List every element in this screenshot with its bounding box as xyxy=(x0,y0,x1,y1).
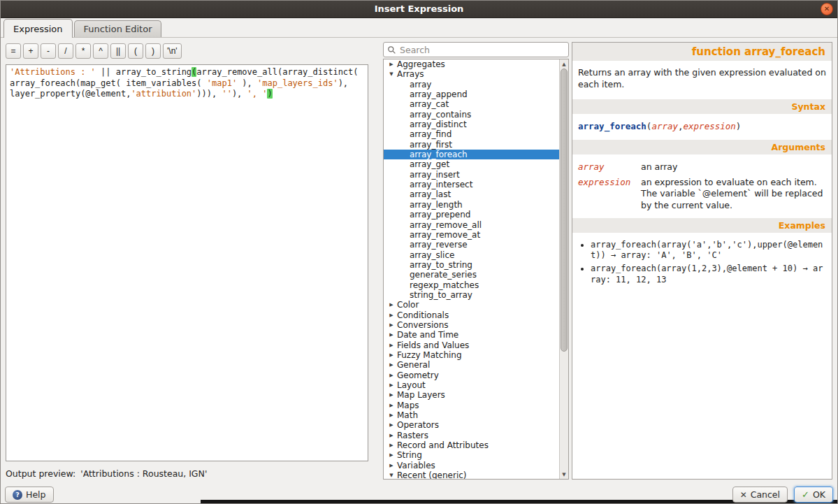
code-string: 'attribution' xyxy=(131,89,196,99)
tree-group-rasters[interactable]: ▶Rasters xyxy=(384,431,559,440)
tree-item-array-prepend[interactable]: array_prepend xyxy=(384,210,559,219)
titlebar[interactable]: Insert Expression ✕ xyxy=(0,0,838,18)
chevron-right-icon: ▶ xyxy=(387,300,396,310)
output-preview-label: Output preview: xyxy=(6,468,75,479)
code-string: ', ' xyxy=(247,89,268,99)
expression-editor[interactable]: 'Attributions : ' || array_to_string(arr… xyxy=(6,64,368,461)
chevron-right-icon: ▶ xyxy=(387,340,396,350)
tree-item-string-to-array[interactable]: string_to_array xyxy=(384,290,559,300)
code-string: 'map_layers_ids' xyxy=(257,78,338,88)
tree-group-fields-and-values[interactable]: ▶Fields and Values xyxy=(384,340,559,350)
tree-group-math[interactable]: ▶Math xyxy=(384,410,559,420)
operator-button-[interactable]: - xyxy=(41,43,56,59)
chevron-down-icon: ▼ xyxy=(387,470,396,480)
scroll-up-icon[interactable]: ▲ xyxy=(560,59,568,69)
tree-group-conditionals[interactable]: ▶Conditionals xyxy=(384,310,559,320)
tree-item-array-to-string[interactable]: array_to_string xyxy=(384,260,559,270)
output-preview: Output preview:'Attributions : Rousteau,… xyxy=(6,468,369,479)
tree-item-array-find[interactable]: array_find xyxy=(384,129,559,139)
code-text: ), xyxy=(232,89,247,99)
operator-button-[interactable]: || xyxy=(110,43,126,59)
tree-item-array-insert[interactable]: array_insert xyxy=(384,170,559,180)
operator-button-[interactable]: ( xyxy=(128,43,143,59)
tree-group-label: General xyxy=(397,360,430,370)
tree-group-color[interactable]: ▶Color xyxy=(384,300,559,310)
tree-item-array-remove-at[interactable]: array_remove_at xyxy=(384,230,559,240)
ok-icon: ✓ xyxy=(802,489,809,500)
chevron-right-icon: ▶ xyxy=(387,431,396,440)
tree-group-general[interactable]: ▶General xyxy=(384,360,559,370)
tree-item-array-last[interactable]: array_last xyxy=(384,189,559,199)
tree-group-label: Conversions xyxy=(397,320,449,330)
operator-button-[interactable]: + xyxy=(23,43,38,59)
tree-group-record-and-attributes[interactable]: ▶Record and Attributes xyxy=(384,440,559,450)
argument-name: expression xyxy=(578,177,641,211)
search-box xyxy=(383,42,569,57)
tree-group-operators[interactable]: ▶Operators xyxy=(384,420,559,430)
tree-group-arrays[interactable]: ▼Arrays xyxy=(384,69,559,79)
tree-item-array-remove-all[interactable]: array_remove_all xyxy=(384,220,559,230)
function-list-panel: ▶Aggregates▼Arraysarrayarray_appendarray… xyxy=(383,42,569,480)
tree-item-array-append[interactable]: array_append xyxy=(384,89,559,99)
tree-item-array-intersect[interactable]: array_intersect xyxy=(384,180,559,189)
argument-row: arrayan array xyxy=(578,161,826,173)
operator-button-[interactable]: ) xyxy=(145,43,161,59)
tree-group-string[interactable]: ▶String xyxy=(384,450,559,460)
tree-group-conversions[interactable]: ▶Conversions xyxy=(384,320,559,330)
help-button[interactable]: ? Help xyxy=(5,487,54,503)
operator-button-[interactable]: / xyxy=(58,43,73,59)
operator-button-n[interactable]: '\n' xyxy=(163,43,182,59)
chevron-right-icon: ▶ xyxy=(387,401,396,410)
cancel-button[interactable]: ✕ Cancel xyxy=(732,487,788,503)
tree-group-recent-generic[interactable]: ▼Recent (generic) xyxy=(384,470,559,480)
search-input[interactable] xyxy=(396,45,565,55)
output-preview-value: 'Attributions : Rousteau, IGN' xyxy=(80,468,207,479)
tree-item-array-reverse[interactable]: array_reverse xyxy=(384,240,559,250)
scroll-down-icon[interactable]: ▼ xyxy=(560,470,568,479)
tree-item-array-slice[interactable]: array_slice xyxy=(384,250,559,260)
tree-group-maps[interactable]: ▶Maps xyxy=(384,401,559,410)
tree-item-array-contains[interactable]: array_contains xyxy=(384,110,559,120)
chevron-right-icon: ▶ xyxy=(387,380,396,390)
expression-line: layer_property(@element,'attribution')))… xyxy=(10,89,364,100)
ok-button[interactable]: ✓ OK xyxy=(794,487,833,503)
close-button[interactable]: ✕ xyxy=(821,3,833,15)
tab-function-editor[interactable]: Function Editor xyxy=(74,20,162,37)
operator-button-[interactable]: = xyxy=(6,43,21,59)
tree-item-array-foreach[interactable]: array_foreach xyxy=(384,150,559,159)
tab-expression[interactable]: Expression xyxy=(3,19,73,38)
tree-group-aggregates[interactable]: ▶Aggregates xyxy=(384,59,559,69)
tree-group-label: Map Layers xyxy=(397,390,445,400)
arguments-header: Arguments xyxy=(572,140,832,154)
matched-paren: ) xyxy=(267,89,272,99)
tree-group-date-and-time[interactable]: ▶Date and Time xyxy=(384,330,559,340)
tree-item-array[interactable]: array xyxy=(384,80,559,89)
chevron-right-icon: ▶ xyxy=(387,360,396,370)
tree-group-variables[interactable]: ▶Variables xyxy=(384,461,559,470)
operator-button-row: =+-/*^||()'\n' xyxy=(6,43,369,59)
chevron-right-icon: ▶ xyxy=(387,370,396,380)
tree-group-layout[interactable]: ▶Layout xyxy=(384,380,559,390)
operator-button-[interactable]: ^ xyxy=(93,43,108,59)
tree-item-array-cat[interactable]: array_cat xyxy=(384,99,559,109)
tree-group-label: Operators xyxy=(397,420,439,430)
chevron-right-icon: ▶ xyxy=(387,320,396,330)
tree-group-geometry[interactable]: ▶Geometry xyxy=(384,370,559,380)
operator-button-[interactable]: * xyxy=(75,43,91,59)
tree-item-regexp-matches[interactable]: regexp_matches xyxy=(384,280,559,290)
argument-description: an array xyxy=(641,161,826,173)
tree-item-array-length[interactable]: array_length xyxy=(384,200,559,210)
chevron-down-icon: ▼ xyxy=(387,69,396,79)
tree-group-label: Variables xyxy=(397,461,435,470)
tree-group-label: Date and Time xyxy=(397,330,458,340)
tree-scrollbar[interactable]: ▲ ▼ xyxy=(559,59,568,479)
tree-group-map-layers[interactable]: ▶Map Layers xyxy=(384,390,559,400)
code-string: 'Attributions : ' xyxy=(10,67,96,77)
tree-item-array-first[interactable]: array_first xyxy=(384,140,559,150)
tree-item-array-distinct[interactable]: array_distinct xyxy=(384,120,559,129)
scrollbar-thumb[interactable] xyxy=(561,69,568,352)
tree-item-array-get[interactable]: array_get xyxy=(384,159,559,169)
code-text: layer_property(@element, xyxy=(10,89,131,99)
tree-group-fuzzy-matching[interactable]: ▶Fuzzy Matching xyxy=(384,350,559,360)
tree-item-generate-series[interactable]: generate_series xyxy=(384,270,559,280)
